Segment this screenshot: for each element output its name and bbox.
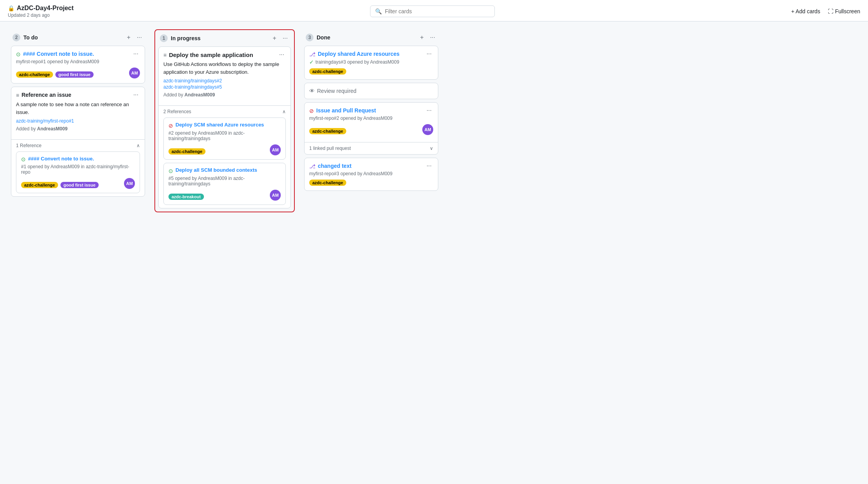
done-add-button[interactable]: + [418, 33, 425, 42]
card-more-button[interactable]: ··· [278, 52, 286, 58]
card-link-1[interactable]: azdc-training/trainingdays#2 [163, 78, 286, 84]
ref-card[interactable]: ⊙ #### Convert note to issue. #1 opened … [16, 151, 140, 193]
card-meta: myfirst-repo#1 opened by AndreasM009 [16, 59, 140, 64]
card-footer: azdc-challenge AM [309, 124, 433, 135]
avatar: AM [124, 178, 135, 189]
pr-merged-icon: ⎇ [309, 51, 315, 57]
ref-meta: #5 opened by AndreasM009 in azdc-trainin… [168, 176, 281, 187]
issue-open-icon: ⊙ [168, 168, 173, 174]
card-labels: azdc-challenge [309, 68, 433, 75]
label-azdc-challenge: azdc-challenge [309, 68, 346, 75]
ref-labels: azdc-breakout [168, 194, 204, 200]
inprogress-title: In progress [171, 35, 268, 41]
inprogress-more-button[interactable]: ··· [281, 34, 289, 43]
ref-card-deploy-all[interactable]: ⊙ Deploy all SCM bounded contexts #5 ope… [163, 163, 286, 205]
avatar: AM [129, 68, 140, 78]
todo-cards: ⊙ #### Convert note to issue. ··· myfirs… [8, 46, 148, 200]
filter-input-wrap[interactable]: 🔍 [370, 5, 495, 17]
inprogress-cards: ≡ Deploy the sample application ··· Use … [155, 46, 294, 212]
done-title: Done [317, 34, 415, 41]
ref-meta: #1 opened by AndreasM009 in azdc-trainin… [21, 164, 135, 175]
card-title-row: ⎇ changed text [309, 163, 425, 169]
ref-card-deploy-scm[interactable]: ⊘ Deploy SCM shared Azure resources #2 o… [163, 117, 286, 160]
inprogress-add-button[interactable]: + [271, 34, 278, 43]
card-meta: trainingdays#3 opened by AndreasM009 [315, 59, 399, 65]
search-icon: 🔍 [375, 8, 382, 14]
card-title-row: ⎇ Deploy shared Azure resources [309, 51, 425, 57]
card-desc: Use GitHub Actions workflows to deploy t… [163, 60, 286, 76]
card-deploy-sample[interactable]: ≡ Deploy the sample application ··· Use … [158, 46, 291, 208]
add-cards-button[interactable]: + Add cards [791, 8, 820, 14]
column-done: 3 Done + ··· ⎇ Deploy shared Azure resou… [301, 29, 441, 194]
issue-open-icon: ⊙ [21, 156, 26, 162]
card-changed-text[interactable]: ⎇ changed text ··· myfirst-repo#3 opened… [304, 158, 438, 191]
card-labels: azdc-challenge good first issue [16, 71, 94, 78]
ref-title: Deploy SCM shared Azure resources [175, 122, 264, 128]
linked-pr-toggle[interactable]: 1 linked pull request ∨ [305, 142, 438, 154]
card-header: ≡ Reference an issue ··· [16, 92, 140, 98]
check-icon: ✓ [309, 59, 314, 65]
review-required-text: Review required [317, 88, 356, 94]
done-more-button[interactable]: ··· [429, 33, 437, 42]
ref-footer: azdc-challenge AM [168, 144, 281, 155]
done-cards: ⎇ Deploy shared Azure resources ··· ✓ tr… [301, 46, 441, 194]
card-more-button[interactable]: ··· [132, 92, 140, 98]
ref-title: Deploy all SCM bounded contexts [175, 167, 257, 173]
reference-count: 2 References [163, 109, 191, 114]
label-azdc-breakout: azdc-breakout [168, 194, 204, 200]
ref-card-header: ⊙ Deploy all SCM bounded contexts [168, 167, 281, 174]
card-more-button[interactable]: ··· [425, 163, 433, 169]
label-good-first-issue: good first issue [55, 71, 94, 78]
project-title: AzDC-Day4-Project [17, 5, 74, 12]
chevron-down-icon: ∨ [430, 146, 433, 151]
page-header: 🔒 AzDC-Day4-Project Updated 2 days ago 🔍… [0, 0, 868, 21]
ref-title: #### Convert note to issue. [28, 156, 94, 162]
card-link[interactable]: azdc-training/myfirst-repo#1 [16, 118, 140, 124]
column-header-inprogress: 1 In progress + ··· [155, 30, 294, 46]
avatar: AM [270, 144, 281, 155]
todo-more-button[interactable]: ··· [135, 33, 143, 42]
fullscreen-icon: ⛶ [828, 8, 833, 14]
reference-count: 1 Reference [16, 143, 41, 148]
card-labels: azdc-challenge [309, 128, 346, 134]
linked-pr-text: 1 linked pull request [309, 146, 351, 151]
issue-open-icon: ⊙ [16, 51, 21, 57]
filter-input[interactable] [385, 8, 490, 14]
pr-merged-icon: ⎇ [309, 163, 315, 169]
card-title: Deploy shared Azure resources [318, 51, 400, 57]
fullscreen-button[interactable]: ⛶ Fullscreen [828, 8, 860, 14]
card-header: ⊙ #### Convert note to issue. ··· [16, 51, 140, 57]
label-azdc-challenge: azdc-challenge [16, 71, 53, 78]
linked-pr-section: 1 linked pull request ∨ [305, 142, 438, 154]
column-inprogress: 1 In progress + ··· ≡ Deploy the sample … [154, 29, 295, 212]
column-header-todo: 2 To do + ··· [8, 29, 148, 46]
todo-add-button[interactable]: + [125, 33, 132, 42]
label-good-first-issue: good first issue [60, 182, 99, 188]
card-more-button[interactable]: ··· [425, 51, 433, 57]
card-link-2[interactable]: azdc-training/trainingdays#5 [163, 84, 286, 90]
card-header: ⊘ Issue and Pull Request ··· [309, 107, 433, 114]
card-content: ⊘ Issue and Pull Request ··· myfirst-rep… [305, 103, 438, 140]
card-added: Added by AndreasM009 [16, 126, 140, 132]
reference-toggle[interactable]: 1 Reference ∧ [11, 140, 145, 151]
label-azdc-challenge: azdc-challenge [309, 180, 346, 186]
card-more-button[interactable]: ··· [132, 51, 140, 57]
issue-closed-icon: ⊘ [309, 108, 314, 114]
card-deploy-shared[interactable]: ⎇ Deploy shared Azure resources ··· ✓ tr… [304, 46, 438, 80]
label-azdc-challenge: azdc-challenge [21, 182, 58, 188]
card-more-button[interactable]: ··· [425, 107, 433, 114]
card-issue-pr[interactable]: ⊘ Issue and Pull Request ··· myfirst-rep… [304, 102, 438, 155]
ref-footer: azdc-challenge good first issue AM [21, 178, 135, 189]
card-meta: myfirst-repo#2 opened by AndreasM009 [309, 116, 433, 121]
header-left: 🔒 AzDC-Day4-Project Updated 2 days ago [8, 5, 74, 18]
note-icon: ≡ [16, 92, 19, 98]
ref-card-header: ⊘ Deploy SCM shared Azure resources [168, 122, 281, 129]
card-meta-row: ✓ trainingdays#3 opened by AndreasM009 [309, 59, 433, 65]
card-review-required[interactable]: 👁 Review required [304, 83, 438, 99]
card-content: ≡ Deploy the sample application ··· Use … [159, 47, 291, 102]
card-title-row: ≡ Reference an issue [16, 92, 132, 98]
reference-toggle[interactable]: 2 References ∧ [159, 106, 291, 117]
card-reference-issue[interactable]: ≡ Reference an issue ··· A sample note t… [11, 87, 145, 197]
card-convert-note[interactable]: ⊙ #### Convert note to issue. ··· myfirs… [11, 46, 145, 84]
card-title-row: ≡ Deploy the sample application [163, 52, 278, 58]
